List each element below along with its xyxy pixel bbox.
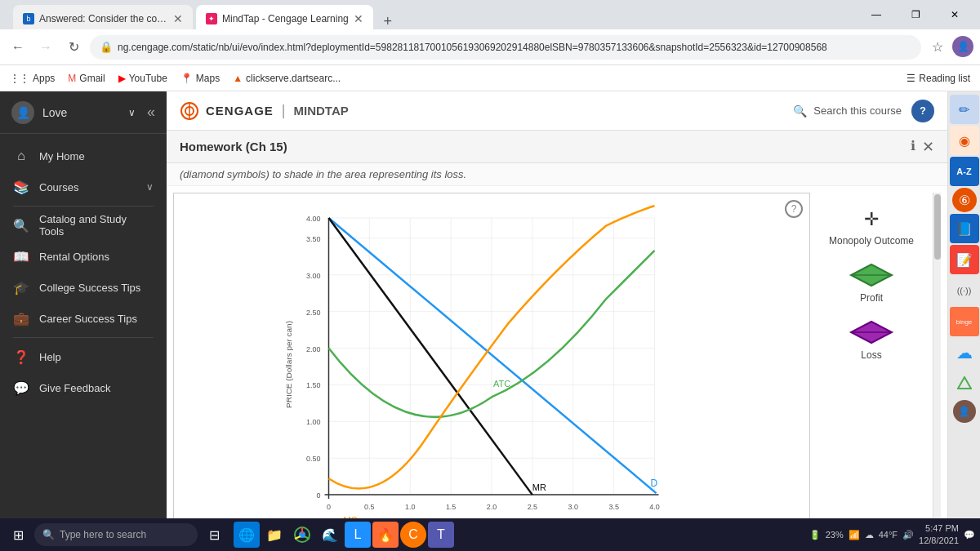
bookmark-dart[interactable]: ▲ clickserve.dartsearc...: [233, 73, 341, 84]
search-taskbar-placeholder: Type here to search: [60, 529, 146, 540]
loss-icon: [847, 320, 896, 344]
sidebar-item-feedback[interactable]: 💬 Give Feedback: [0, 372, 167, 403]
career-icon: 💼: [13, 311, 29, 327]
wifi-icon[interactable]: ((·)): [950, 276, 979, 305]
notepad-app-icon[interactable]: 📝: [950, 245, 979, 274]
svg-text:3.00: 3.00: [306, 272, 320, 280]
bookmark-gmail[interactable]: M Gmail: [68, 73, 105, 84]
rss-icon[interactable]: ◉: [950, 126, 979, 155]
book-app-icon[interactable]: 📘: [950, 214, 979, 243]
search-taskbar-icon: 🔍: [42, 529, 55, 540]
taskbar-search[interactable]: 🔍 Type here to search: [34, 523, 198, 546]
gdrive-icon[interactable]: [950, 369, 979, 398]
cloud-icon[interactable]: ☁: [950, 338, 979, 367]
forward-button[interactable]: →: [34, 36, 57, 59]
user-profile-icon[interactable]: 👤: [953, 400, 976, 423]
svg-text:3.0: 3.0: [568, 503, 578, 511]
nav-actions: ☆ 👤: [926, 36, 973, 59]
close-button[interactable]: ✕: [936, 0, 973, 29]
sidebar-item-rental[interactable]: 📖 Rental Options: [0, 241, 167, 272]
pencil-tool-icon[interactable]: ✏: [950, 95, 979, 124]
courses-label: Courses: [39, 181, 136, 193]
bookmark-star[interactable]: ☆: [926, 36, 949, 59]
scroll-bar[interactable]: [933, 193, 941, 544]
mindtap-text: MINDTAP: [294, 104, 349, 118]
back-button[interactable]: ←: [7, 36, 29, 59]
tab2-favicon: ✦: [206, 13, 217, 24]
svg-text:0: 0: [317, 491, 321, 500]
chart-help-button[interactable]: ?: [785, 200, 803, 218]
sidebar-user[interactable]: 👤 Love ∨ «: [0, 91, 167, 134]
sidebar-item-my-home[interactable]: ⌂ My Home: [0, 140, 167, 171]
taskbar-edge2[interactable]: 🌊: [317, 522, 343, 548]
tab1-close[interactable]: ✕: [173, 12, 183, 25]
hw-close-button[interactable]: ✕: [922, 138, 934, 156]
catalog-label: Catalog and Study Tools: [39, 213, 154, 238]
gmail-icon: M: [68, 73, 76, 84]
binge-icon[interactable]: binge: [950, 307, 979, 336]
legend-move: ✛ Monopoly Outcome: [829, 209, 914, 247]
minimize-button[interactable]: —: [858, 0, 895, 29]
weather-icon: ☁: [865, 530, 874, 540]
notification-icon[interactable]: 💬: [964, 530, 975, 540]
sidebar-item-catalog[interactable]: 🔍 Catalog and Study Tools: [0, 210, 167, 241]
bookmark-apps[interactable]: ⋮⋮ Apps: [10, 73, 55, 84]
avatar: 👤: [11, 101, 34, 124]
restore-button[interactable]: ❐: [897, 0, 934, 29]
taskbar-edge[interactable]: 🌐: [234, 522, 260, 548]
bookmark-maps[interactable]: 📍 Maps: [180, 73, 220, 84]
network-icon: 📶: [849, 530, 860, 540]
nav-bar: ← → ↻ 🔒 ng.cengage.com/static/nb/ui/evo/…: [0, 29, 980, 65]
tab-answered[interactable]: b Answered: Consider the competi... ✕: [13, 5, 193, 33]
college-icon: 🎓: [13, 280, 29, 295]
profit-label: Profit: [860, 292, 883, 304]
bookmark-youtube[interactable]: ▶ YouTube: [118, 73, 167, 84]
scroll-thumb[interactable]: [934, 194, 941, 260]
tab-mindtap[interactable]: ✦ MindTap - Cengage Learning ✕: [196, 5, 373, 33]
az-icon[interactable]: A-Z: [950, 157, 979, 186]
task-view-button[interactable]: ⊟: [201, 522, 227, 548]
help-label: Help: [39, 351, 154, 363]
address-bar[interactable]: 🔒 ng.cengage.com/static/nb/ui/evo/index.…: [90, 35, 921, 60]
tab1-title: Answered: Consider the competi...: [39, 13, 168, 24]
sidebar-item-help[interactable]: ❓ Help: [0, 341, 167, 372]
username-label: Love: [42, 106, 67, 119]
taskbar-right: 🔋 23% 📶 ☁ 44°F 🔊 5:47 PM 12/8/2021 💬: [809, 522, 975, 548]
feedback-label: Give Feedback: [39, 382, 154, 394]
help-button[interactable]: ?: [911, 100, 934, 122]
atc-curve-label: ATC: [493, 379, 510, 389]
logo-separator: |: [282, 102, 286, 119]
address-text: ng.cengage.com/static/nb/ui/evo/index.ht…: [118, 42, 911, 53]
apps-icon: ⋮⋮: [10, 73, 29, 84]
taskbar-teams[interactable]: T: [428, 522, 454, 548]
sidebar: 👤 Love ∨ « ⌂ My Home 📚 Courses ∨ 🔍: [0, 91, 167, 551]
tab2-close[interactable]: ✕: [354, 12, 363, 25]
profile-button[interactable]: 👤: [952, 36, 973, 57]
chrome-icon: [294, 527, 310, 543]
y-axis-label: PRICE (Dollars per can): [284, 321, 293, 408]
maps-label: Maps: [196, 73, 220, 84]
taskbar-chrome[interactable]: [289, 522, 315, 548]
sidebar-item-courses[interactable]: 📚 Courses ∨: [0, 171, 167, 202]
reading-list[interactable]: ☰ Reading list: [906, 73, 970, 84]
sidebar-item-college[interactable]: 🎓 College Success Tips: [0, 272, 167, 303]
taskbar-app3[interactable]: L: [345, 522, 371, 548]
taskbar-explorer[interactable]: 📁: [261, 522, 287, 548]
user-chevron-icon: ∨: [128, 107, 136, 118]
chart-container: ?: [167, 186, 947, 551]
orange-app-icon[interactable]: ⑥: [952, 188, 977, 212]
bookmarks-bar: ⋮⋮ Apps M Gmail ▶ YouTube 📍 Maps ▲ click…: [0, 65, 980, 91]
svg-text:0.5: 0.5: [364, 503, 374, 511]
info-button[interactable]: ℹ: [911, 138, 915, 156]
legend-panel: ✛ Monopoly Outcome Profit: [810, 193, 933, 544]
right-sidebar: ✏ ◉ A-Z ⑥ 📘 📝 ((·)) binge ☁ 👤: [947, 91, 980, 551]
collapse-icon[interactable]: «: [147, 104, 155, 121]
header-search[interactable]: 🔍 Search this course: [793, 104, 902, 118]
taskbar-app5[interactable]: C: [400, 522, 426, 548]
taskbar-app4[interactable]: 🔥: [372, 522, 399, 548]
sidebar-item-career[interactable]: 💼 Career Success Tips: [0, 303, 167, 334]
svg-text:3.50: 3.50: [306, 235, 320, 243]
start-button[interactable]: ⊞: [5, 522, 31, 548]
loss-label: Loss: [861, 349, 881, 361]
reload-button[interactable]: ↻: [62, 36, 85, 59]
